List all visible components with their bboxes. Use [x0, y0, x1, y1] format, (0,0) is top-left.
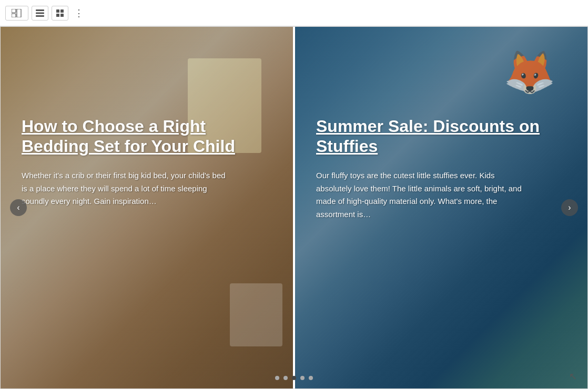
toolbar-grid-btn[interactable]	[52, 6, 68, 21]
nav-next-arrow[interactable]: ›	[561, 199, 578, 216]
slide-left-content: How to Choose a Right Bedding Set for Yo…	[1, 27, 293, 388]
slideshow-container: How to Choose a Right Bedding Set for Yo…	[0, 26, 588, 389]
nav-prev-arrow[interactable]: ‹	[10, 199, 27, 216]
dot-1[interactable]	[275, 376, 279, 380]
svg-rect-1	[12, 14, 16, 17]
svg-rect-2	[17, 9, 21, 17]
svg-rect-0	[12, 9, 16, 13]
toolbar: ⋮	[0, 0, 588, 26]
slide-left-body: Whether it's a crib or their first big k…	[22, 169, 232, 208]
dot-4[interactable]	[300, 376, 305, 380]
cursor-icon: ↖	[569, 371, 577, 382]
slide-right-title[interactable]: Summer Sale: Discounts on Stuffies	[316, 116, 566, 157]
dot-2[interactable]	[283, 376, 288, 380]
svg-rect-5	[36, 15, 44, 17]
svg-rect-4	[36, 12, 44, 14]
slide-left-title[interactable]: How to Choose a Right Bedding Set for Yo…	[22, 116, 272, 157]
dot-3[interactable]	[292, 376, 296, 380]
toolbar-list-btn[interactable]	[32, 6, 48, 21]
toolbar-more-btn[interactable]: ⋮	[72, 6, 86, 21]
svg-rect-6	[56, 9, 59, 13]
svg-rect-8	[56, 14, 59, 17]
svg-rect-3	[36, 9, 44, 11]
slide-right-content: Summer Sale: Discounts on Stuffies Our f…	[295, 27, 587, 388]
slide-right: Summer Sale: Discounts on Stuffies Our f…	[295, 27, 587, 388]
slide-dots	[275, 376, 313, 380]
svg-rect-7	[60, 9, 64, 13]
slide-left: How to Choose a Right Bedding Set for Yo…	[1, 27, 293, 388]
toolbar-view-btn[interactable]	[5, 6, 28, 21]
svg-rect-9	[60, 14, 64, 17]
slide-right-body: Our fluffy toys are the cutest little st…	[316, 169, 526, 221]
dot-5[interactable]	[309, 376, 313, 380]
